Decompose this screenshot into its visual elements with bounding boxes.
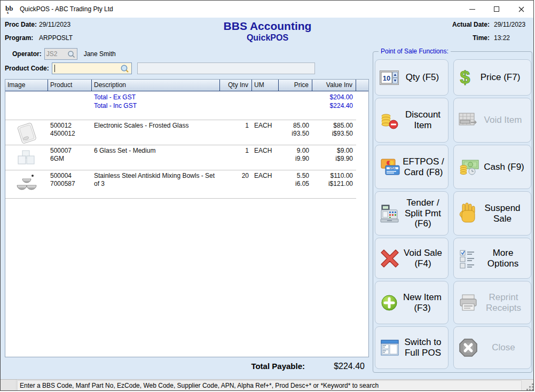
total-ex-gst-label: Total - Ex GST: [92, 93, 220, 101]
close-icon: [518, 6, 524, 12]
svg-text:10: 10: [383, 74, 390, 82]
product-code-label: Product Code:: [5, 65, 49, 72]
text-caret: [54, 65, 55, 72]
minimize-button[interactable]: [460, 1, 484, 18]
red-x-icon: [380, 248, 400, 269]
item-qty: 1: [220, 145, 252, 170]
time-value: 13:22: [494, 34, 529, 42]
item-qty: 1: [220, 120, 252, 145]
close-octagon-icon: [458, 338, 478, 358]
svg-text:s: s: [7, 10, 9, 14]
glass-set-photo: [5, 145, 48, 170]
operator-field[interactable]: JS2: [44, 48, 77, 60]
operator-search-icon[interactable]: [67, 50, 75, 58]
window-form-icon: [380, 339, 400, 357]
product-codes: 5000076GM: [48, 145, 92, 170]
svg-text:$: $: [460, 67, 470, 87]
cash-icon: [458, 157, 479, 177]
item-um: EACH: [252, 170, 279, 198]
void-item-grid-icon: [458, 112, 477, 128]
maximize-button[interactable]: [484, 1, 509, 18]
qty-button[interactable]: 10 Qty (F5): [375, 59, 449, 96]
dollar-icon: $: [458, 67, 472, 88]
checklist-icon: [458, 248, 477, 269]
sale-items-table: Image Product Description Qty Inv UM Pri…: [5, 79, 369, 357]
operator-code: JS2: [46, 50, 67, 58]
col-header-price[interactable]: Price: [279, 80, 312, 91]
total-ex-gst-value: $204.00: [312, 93, 356, 101]
eftpos-card-button[interactable]: VISA EFTPOS / Card (F8): [375, 145, 449, 189]
quickpos-window: bb s QuickPOS - ABC Trading Pty Ltd Proc…: [0, 0, 534, 391]
item-description: Stainless Steel Antiskid Mixing Bowls - …: [92, 170, 217, 198]
col-header-description[interactable]: Description: [92, 80, 220, 91]
total-ex-gst-row: Total - Ex GST $204.00: [5, 93, 368, 101]
table-row[interactable]: 5000076GM 6 Glass Set - Medium 1 EACH 9.…: [5, 145, 368, 170]
cash-button[interactable]: Cash (F9): [453, 145, 531, 189]
bbs-app-icon: bb s: [5, 4, 15, 14]
more-options-button[interactable]: More Options: [453, 238, 531, 279]
total-payable-value: $224.40: [301, 362, 365, 371]
total-inc-gst-value: $224.40: [312, 101, 356, 110]
suspend-sale-button[interactable]: Suspend Sale: [453, 191, 531, 236]
title-bar: bb s QuickPOS - ABC Trading Pty Ltd: [1, 1, 533, 18]
item-um: EACH: [252, 145, 279, 170]
item-um: EACH: [252, 120, 279, 145]
product-description-field: [137, 62, 315, 74]
program-value: ARPPOSLT: [39, 34, 73, 42]
close-window-button[interactable]: [509, 1, 533, 18]
operator-label: Operator:: [12, 50, 42, 58]
table-row[interactable]: 5000124500012 Electronic Scales - Froste…: [5, 120, 368, 145]
new-item-button[interactable]: New Item (F3): [375, 281, 449, 324]
proc-date-value: 29/11/2023: [39, 21, 70, 28]
total-payable-label: Total Payable:: [214, 362, 305, 371]
col-header-value-inv[interactable]: Value Inv: [312, 80, 356, 91]
discount-item-button[interactable]: Discount Item: [375, 98, 449, 143]
item-qty: 20: [220, 170, 252, 198]
header-right: Actual Date:29/11/2023 Time:13:22: [452, 21, 529, 48]
col-header-image[interactable]: Image: [5, 80, 48, 91]
header-left: Proc Date:29/11/2023 Program:ARPPOSLT: [5, 21, 73, 48]
total-inc-gst-label: Total - Inc GST: [92, 101, 220, 110]
printer-icon: [458, 293, 478, 312]
table-header-row[interactable]: Image Product Description Qty Inv UM Pri…: [5, 80, 368, 91]
minimize-icon: [469, 9, 475, 10]
totals-block: Total - Ex GST $204.00 Total - Inc GST $…: [5, 91, 368, 110]
col-header-um[interactable]: UM: [252, 80, 279, 91]
status-bar-message: Enter a BBS Code, Manf Part No, EzCode, …: [17, 380, 522, 391]
cash-register-icon: [380, 203, 400, 224]
pos-functions-title: Point of Sale Functions:: [379, 48, 451, 55]
tender-split-button[interactable]: Tender / Split Pmt (F6): [375, 191, 449, 236]
reprint-receipts-button: Reprint Receipts: [453, 281, 531, 324]
proc-date-label: Proc Date:: [5, 21, 39, 28]
mixing-bowls-photo: [5, 170, 48, 198]
hand-icon: [458, 202, 476, 225]
table-row[interactable]: 5000047000587 Stainless Steel Antiskid M…: [5, 170, 368, 198]
svg-text:VISA: VISA: [389, 167, 396, 170]
product-code-row: Product Code:: [5, 62, 315, 74]
price-button[interactable]: $ Price (F7): [453, 59, 531, 96]
col-header-qty-inv[interactable]: Qty Inv: [220, 80, 252, 91]
qty-spinner-icon: 10: [380, 70, 399, 85]
maximize-icon: [494, 6, 499, 12]
electronic-scales-photo: [5, 120, 48, 145]
program-label: Program:: [5, 34, 39, 42]
operator-name: Jane Smith: [84, 50, 116, 58]
actual-date-value: 29/11/2023: [494, 21, 529, 28]
product-search-icon[interactable]: [120, 64, 129, 73]
item-price: 5.50i6.05: [279, 170, 312, 198]
item-value: $9.00i$9.90: [312, 145, 356, 170]
item-description: Electronic Scales - Frosted Glass: [92, 120, 220, 145]
total-inc-gst-row: Total - Inc GST $224.40: [5, 101, 368, 110]
switch-full-pos-button[interactable]: Switch to Full POS: [375, 326, 449, 369]
col-header-product[interactable]: Product: [48, 80, 92, 91]
item-price: 9.00i9.90: [279, 145, 312, 170]
green-plus-icon: [380, 293, 399, 312]
item-value: $110.00i$121.00: [312, 170, 356, 198]
item-price: 85.00i93.50: [279, 120, 312, 145]
product-codes: 5000124500012: [48, 120, 92, 145]
void-sale-button[interactable]: Void Sale (F4): [375, 238, 449, 279]
credit-cards-icon: VISA: [380, 156, 401, 178]
time-label: Time:: [473, 34, 490, 42]
product-code-input[interactable]: [52, 62, 132, 74]
resize-grip[interactable]: [526, 383, 533, 390]
